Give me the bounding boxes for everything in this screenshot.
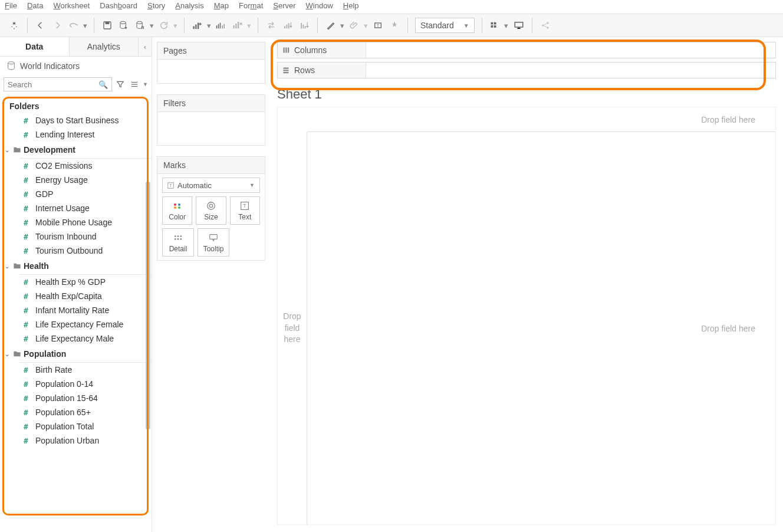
undo-icon[interactable] bbox=[65, 17, 82, 34]
sheet-title[interactable]: Sheet 1 bbox=[270, 82, 783, 104]
back-icon[interactable] bbox=[32, 17, 49, 34]
fit-dropdown[interactable]: Standard▼ bbox=[415, 18, 475, 33]
field-row[interactable]: #Days to Start Business bbox=[0, 113, 152, 127]
field-row[interactable]: #Internet Usage bbox=[0, 201, 152, 215]
pin-icon[interactable] bbox=[386, 17, 403, 34]
menu-story[interactable]: Story bbox=[147, 1, 165, 12]
field-row[interactable]: #Tourism Inbound bbox=[0, 229, 152, 244]
field-row[interactable]: #Infant Mortality Rate bbox=[0, 303, 152, 317]
new-worksheet-dropdown-icon[interactable]: ▾ bbox=[206, 21, 212, 30]
field-row[interactable]: #Population 0-14 bbox=[0, 377, 152, 391]
label-icon[interactable]: T bbox=[370, 17, 386, 34]
svg-point-30 bbox=[542, 24, 544, 26]
field-row[interactable]: #Population Total bbox=[0, 419, 152, 434]
svg-point-48 bbox=[177, 235, 179, 237]
columns-shelf[interactable]: Columns bbox=[277, 42, 776, 58]
menu-format[interactable]: Format bbox=[239, 1, 263, 12]
menu-map[interactable]: Map bbox=[214, 1, 229, 12]
view-options-dropdown-icon[interactable]: ▼ bbox=[143, 81, 148, 87]
folder-population[interactable]: ⌄Population bbox=[0, 346, 152, 362]
field-row[interactable]: #Life Expectancy Male bbox=[0, 331, 152, 346]
attach-dropdown-icon[interactable]: ▾ bbox=[363, 21, 369, 30]
menu-data[interactable]: Data bbox=[27, 1, 43, 12]
highlight-dropdown-icon[interactable]: ▾ bbox=[339, 21, 345, 30]
field-row[interactable]: #Population 15-64 bbox=[0, 391, 152, 405]
clear-sheet-icon[interactable] bbox=[229, 17, 246, 34]
fields-tree[interactable]: Folders#Days to Start Business#Lending I… bbox=[0, 93, 152, 532]
show-me-icon[interactable] bbox=[487, 17, 504, 34]
filters-card[interactable]: Filters bbox=[157, 94, 265, 146]
sort-asc-icon[interactable] bbox=[279, 17, 296, 34]
markcell-detail[interactable]: Detail bbox=[162, 228, 194, 257]
mark-type-dropdown[interactable]: TAutomatic ▼ bbox=[162, 178, 260, 193]
tab-data[interactable]: Data bbox=[0, 37, 70, 56]
field-row[interactable]: #Population Urban bbox=[0, 434, 152, 448]
field-row[interactable]: #Mobile Phone Usage bbox=[0, 215, 152, 229]
menu-file[interactable]: File bbox=[5, 1, 17, 12]
refresh-dropdown-icon[interactable]: ▾ bbox=[172, 21, 178, 30]
menu-server[interactable]: Server bbox=[273, 1, 295, 12]
pages-card[interactable]: Pages bbox=[157, 42, 265, 84]
menu-analysis[interactable]: Analysis bbox=[175, 1, 203, 12]
collapse-pane-icon[interactable]: ‹ bbox=[139, 37, 152, 56]
markcell-tooltip[interactable]: Tooltip bbox=[198, 228, 229, 257]
rows-shelf[interactable]: Rows bbox=[277, 62, 776, 78]
pause-dropdown-icon[interactable]: ▾ bbox=[149, 21, 154, 30]
svg-rect-21 bbox=[302, 25, 304, 29]
new-datasource-icon[interactable] bbox=[116, 17, 132, 34]
field-row[interactable]: #Tourism Outbound bbox=[0, 244, 152, 258]
search-input[interactable]: 🔍 bbox=[4, 77, 112, 91]
save-icon[interactable] bbox=[99, 17, 116, 34]
svg-point-32 bbox=[547, 27, 548, 28]
show-me-dropdown-icon[interactable]: ▾ bbox=[504, 21, 509, 30]
scrollbar[interactable] bbox=[146, 182, 150, 429]
sort-desc-icon[interactable] bbox=[296, 17, 312, 34]
folder-health[interactable]: ⌄Health bbox=[0, 258, 152, 274]
svg-rect-27 bbox=[491, 25, 493, 28]
duplicate-sheet-icon[interactable] bbox=[213, 17, 229, 34]
field-row[interactable]: #GDP bbox=[0, 187, 152, 201]
highlight-icon[interactable] bbox=[323, 17, 339, 34]
folder-icon bbox=[13, 350, 21, 357]
tableau-logo-icon[interactable] bbox=[6, 17, 22, 34]
presentation-icon[interactable] bbox=[511, 17, 527, 34]
measure-icon: # bbox=[22, 366, 29, 375]
svg-rect-16 bbox=[238, 22, 239, 28]
drop-rows-hint: Dropfieldhere bbox=[283, 311, 301, 346]
markcell-text[interactable]: TText bbox=[230, 196, 260, 225]
new-worksheet-icon[interactable] bbox=[189, 17, 206, 34]
field-row[interactable]: #Lending Interest bbox=[0, 127, 152, 142]
view-options-icon[interactable] bbox=[129, 78, 140, 90]
filters-title: Filters bbox=[157, 95, 265, 112]
markcell-size[interactable]: Size bbox=[196, 196, 226, 225]
menu-dashboard[interactable]: Dashboard bbox=[100, 1, 137, 12]
filter-icon[interactable] bbox=[114, 78, 126, 90]
clear-sheet-dropdown-icon[interactable]: ▾ bbox=[246, 21, 252, 30]
menu-window[interactable]: Window bbox=[306, 1, 333, 12]
menu-help[interactable]: Help bbox=[343, 1, 359, 12]
field-row[interactable]: #Birth Rate bbox=[0, 363, 152, 377]
forward-icon[interactable] bbox=[49, 17, 65, 34]
markcell-color[interactable]: Color bbox=[162, 196, 192, 225]
field-row[interactable]: #Health Exp/Capita bbox=[0, 289, 152, 303]
tab-analytics[interactable]: Analytics bbox=[70, 37, 139, 56]
field-row[interactable]: #Health Exp % GDP bbox=[0, 275, 152, 289]
attach-icon[interactable] bbox=[346, 17, 363, 34]
swap-icon[interactable] bbox=[263, 17, 279, 34]
field-row[interactable]: #Life Expectancy Female bbox=[0, 317, 152, 331]
undo-dropdown-icon[interactable]: ▾ bbox=[82, 21, 88, 30]
pause-updates-icon[interactable] bbox=[132, 17, 149, 34]
svg-point-41 bbox=[174, 206, 176, 209]
menu-worksheet[interactable]: Worksheet bbox=[53, 1, 90, 12]
field-row[interactable]: #Population 65+ bbox=[0, 405, 152, 419]
svg-rect-28 bbox=[494, 25, 496, 28]
share-icon[interactable] bbox=[537, 17, 554, 34]
datasource-row[interactable]: World Indicators bbox=[0, 57, 152, 75]
measure-icon: # bbox=[22, 204, 29, 213]
refresh-icon[interactable] bbox=[156, 17, 172, 34]
folder-development[interactable]: ⌄Development bbox=[0, 142, 152, 158]
svg-rect-34 bbox=[131, 82, 138, 83]
field-row[interactable]: #Energy Usage bbox=[0, 173, 152, 187]
field-row[interactable]: #CO2 Emissions bbox=[0, 159, 152, 173]
view-canvas[interactable]: Drop field here Dropfieldhere Drop field… bbox=[277, 107, 776, 525]
